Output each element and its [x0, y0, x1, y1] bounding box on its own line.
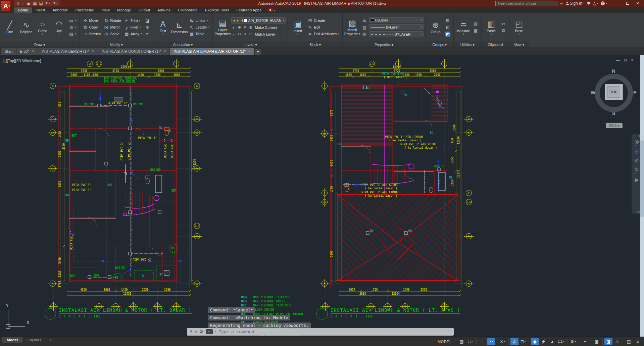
- file-tab[interactable]: E-03*✕: [16, 48, 38, 55]
- layer-tool-icon[interactable]: ⊖: [237, 32, 242, 36]
- undo-icon[interactable]: ↶▾: [45, 1, 50, 6]
- workspace-switching-toggle[interactable]: ⚙▾: [569, 338, 577, 345]
- cut-clip-button[interactable]: ✂: [500, 21, 507, 27]
- ribbon-tab-express-tools[interactable]: Express Tools: [201, 7, 233, 13]
- isolate-objects-toggle[interactable]: ▣: [593, 338, 601, 345]
- viewport-controls[interactable]: [-][Top][2D Wireframe]: [3, 59, 41, 63]
- edit-attributes-button[interactable]: ✒Edit Attributes▾: [306, 31, 340, 37]
- layout-tab-layout1[interactable]: Layout1: [23, 337, 46, 343]
- orbit-tool-icon[interactable]: ↻▾: [635, 167, 639, 174]
- file-tab[interactable]: INSTALASI AIR CONDITIONER (1)*✕: [98, 48, 170, 55]
- measure-tool-button[interactable]: ≍Measure▾: [456, 19, 471, 36]
- close-button[interactable]: ✕: [633, 0, 642, 6]
- trim-tool-button[interactable]: ✂Trim▾: [123, 17, 143, 24]
- make-current-button[interactable]: Make Current: [255, 26, 277, 30]
- command-expand-icon[interactable]: ⌃: [448, 330, 451, 334]
- tab-close-icon[interactable]: ✕: [92, 50, 94, 53]
- search-input[interactable]: [495, 1, 557, 6]
- ribbon-tab-featured-apps[interactable]: Featured Apps: [233, 7, 265, 13]
- mirror-tool-button[interactable]: ⋈Mirror: [103, 24, 122, 31]
- open-file-icon[interactable]: ▱: [21, 1, 24, 6]
- connected-apps-icon[interactable]: [268, 8, 273, 12]
- customization-toggle[interactable]: ≡: [634, 338, 642, 345]
- panel-title-groups[interactable]: Groups ▾: [426, 42, 453, 47]
- properties-list-3-button[interactable]: ▥: [361, 31, 368, 37]
- base-view-button[interactable]: ◰Base▾: [511, 19, 527, 36]
- properties-list-2-button[interactable]: ▤: [361, 24, 368, 31]
- table-tool-button[interactable]: ▦Table: [188, 31, 211, 37]
- paste-tool-button[interactable]: ▥Paste▾: [484, 19, 499, 36]
- copy-tool-button[interactable]: ⧉Copy: [82, 24, 102, 31]
- command-bar-grip[interactable]: [190, 330, 192, 334]
- autodesk-360-icon[interactable]: ◬▾: [593, 1, 598, 6]
- overkill-tool-button[interactable]: ≡: [144, 31, 151, 37]
- panel-title-modify[interactable]: Modify ▾: [80, 42, 153, 47]
- application-menu-button[interactable]: A▾: [1, 0, 11, 12]
- ribbon-tab-add-ins[interactable]: Add-ins: [154, 7, 174, 13]
- graphics-performance-toggle[interactable]: ⚠: [613, 338, 621, 345]
- group-edit-button[interactable]: ⊡: [444, 24, 451, 31]
- leader-tool-button[interactable]: ↖Leader▾: [188, 24, 211, 31]
- model-space-button[interactable]: MODEL: [435, 340, 454, 344]
- new-drawing-tab[interactable]: +: [255, 49, 261, 55]
- layer-tool-icon[interactable]: ⊟: [248, 32, 253, 36]
- sign-in-button[interactable]: Sign In▾: [566, 1, 585, 6]
- clean-screen-toggle[interactable]: ◳: [625, 338, 633, 345]
- ungroup-tool-button[interactable]: ⊠: [444, 17, 451, 24]
- erase-tool-button[interactable]: ◪: [144, 17, 151, 24]
- hatch-tool-button[interactable]: ▨▾: [68, 31, 78, 37]
- copy-clip-button[interactable]: ⧉: [500, 28, 507, 34]
- arc-tool-button[interactable]: ◠Arc▾: [51, 19, 67, 36]
- dimension-tool-button[interactable]: ⊾Dimension: [172, 20, 187, 35]
- object-lineweight-dropdown[interactable]: – – – BYLAYER▾: [369, 31, 424, 37]
- command-bar[interactable]: ✕ >_ ▾ ⌃: [187, 328, 454, 336]
- match-layer-button[interactable]: Match Layer: [255, 32, 275, 36]
- object-color-dropdown[interactable]: ByLayer▾: [369, 17, 424, 23]
- plot-icon[interactable]: ▤: [39, 1, 43, 6]
- array-tool-button[interactable]: ▦Array▾: [123, 31, 143, 37]
- layer-tool-icon[interactable]: ⊞: [248, 25, 253, 30]
- hardware-acceleration-toggle[interactable]: ◨: [604, 338, 612, 345]
- apps-dropdown-arrow[interactable]: ▾: [274, 9, 275, 12]
- recent-commands-arrow[interactable]: ▾: [215, 331, 216, 333]
- panel-title-layers[interactable]: Layers ▾: [213, 42, 288, 47]
- grid-display-toggle[interactable]: ▦: [458, 338, 466, 345]
- compass-north[interactable]: N: [612, 68, 615, 74]
- layer-tool-icon[interactable]: ◐: [231, 26, 236, 30]
- restore-button[interactable]: [623, 0, 632, 6]
- doc-restore-icon[interactable]: ⊡: [624, 58, 627, 62]
- panel-title-annotation[interactable]: Annotation ▾: [153, 42, 213, 47]
- tab-close-icon[interactable]: ✕: [164, 50, 166, 53]
- group-selection-button[interactable]: ◩: [444, 31, 451, 37]
- line-tool-button[interactable]: ╱Line: [2, 20, 17, 35]
- app-store-icon[interactable]: ⛊: [587, 1, 590, 6]
- compass-south[interactable]: S: [612, 110, 615, 116]
- panel-title-draw[interactable]: Draw ▾: [0, 42, 80, 47]
- quick-calculator-button[interactable]: ▦: [472, 28, 479, 34]
- ribbon-tab-manage[interactable]: Manage: [113, 7, 135, 13]
- scale-tool-button[interactable]: ◳Scale: [103, 31, 122, 37]
- panel-title-clipboard[interactable]: Clipboard: [482, 42, 509, 47]
- edit-block-button[interactable]: ✎Edit: [306, 24, 340, 31]
- new-file-icon[interactable]: ▯: [17, 1, 19, 6]
- customize-wrench-icon[interactable]: [200, 330, 204, 334]
- explode-tool-button[interactable]: ✳: [144, 24, 151, 31]
- layer-tool-icon[interactable]: ⊕: [237, 25, 242, 30]
- annotation-monitor-toggle[interactable]: ＋: [581, 338, 589, 345]
- match-properties-button[interactable]: ▧MatchProperties: [345, 18, 360, 37]
- panel-title-block[interactable]: Block ▾: [288, 42, 342, 47]
- panel-title-view[interactable]: View ▾: [509, 42, 529, 47]
- command-input[interactable]: [219, 329, 446, 334]
- save-as-icon[interactable]: ▦: [33, 1, 37, 6]
- object-snap-toggle[interactable]: ⊡▾: [519, 338, 527, 345]
- doc-close-icon[interactable]: ✕: [631, 58, 634, 62]
- polar-tracking-toggle[interactable]: ◔▾: [487, 338, 495, 345]
- ribbon-tab-annotate[interactable]: Annotate: [49, 7, 71, 13]
- layer-selector-dropdown[interactable]: ●☀AIR_KOTOR-HUJAN▾: [231, 17, 286, 23]
- centerline-tool-button[interactable]: ⊙▾: [68, 24, 78, 31]
- drawing-area[interactable]: [-][Top][2D Wireframe] — ⊡ ✕: [0, 55, 644, 337]
- snap-mode-toggle[interactable]: ∷▾: [466, 338, 475, 345]
- vertical-scrollbar[interactable]: [640, 55, 644, 337]
- tab-close-icon[interactable]: ✕: [32, 50, 35, 53]
- annotation-scale-icon-toggle[interactable]: ▲: [548, 338, 556, 345]
